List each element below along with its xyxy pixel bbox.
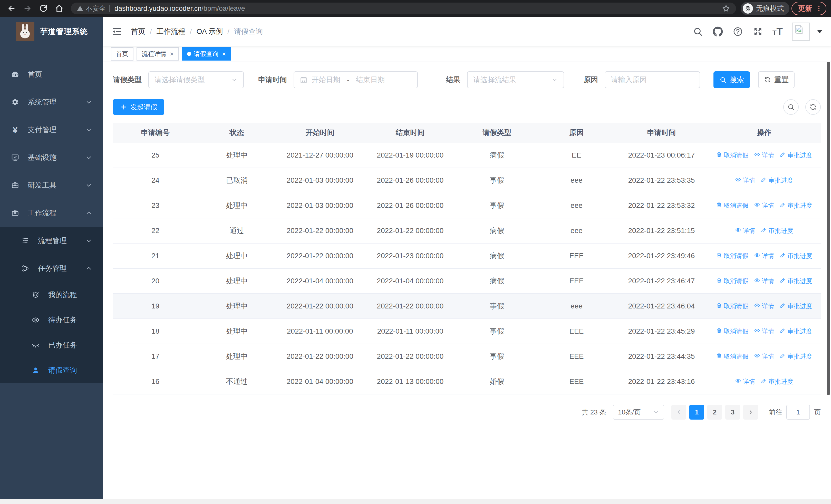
progress-action-link[interactable]: 审批进度 [761,227,793,235]
sidebar-item-workflow[interactable]: 工作流程 [0,199,103,227]
detail-action-link[interactable]: 详情 [735,176,755,184]
sidebar-item-my-process[interactable]: 我的流程 [0,282,103,307]
cancel-action-link[interactable]: 取消请假 [716,151,748,159]
cancel-action-link[interactable]: 取消请假 [716,252,748,260]
detail-action-link[interactable]: 详情 [754,151,774,159]
close-icon[interactable]: × [170,51,174,57]
cell-reason: eee [538,218,615,243]
avatar-caret-icon[interactable] [817,30,822,33]
vertical-scrollbar[interactable] [827,23,830,395]
sidebar-item-home[interactable]: 首页 [0,61,103,88]
breadcrumb-item[interactable]: 首页 [131,27,145,36]
tab-首页[interactable]: 首页 [111,47,134,61]
forward-icon[interactable] [21,2,34,16]
sidebar-item-pay-mgmt[interactable]: ¥支付管理 [0,116,103,144]
cancel-action-link[interactable]: 取消请假 [716,327,748,335]
apply-time-range-picker[interactable]: 开始日期 - 结束日期 [294,71,418,88]
help-icon[interactable] [733,26,743,37]
prev-page-button[interactable] [671,405,686,420]
browser-menu-icon[interactable] [815,5,822,12]
progress-action-link[interactable]: 审批进度 [780,202,812,210]
cancel-action-link[interactable]: 取消请假 [716,302,748,310]
app-logo-row[interactable]: 芋道管理系统 [0,17,103,46]
page-button-1[interactable]: 1 [689,405,704,420]
cancel-action-link[interactable]: 取消请假 [716,352,748,360]
sidebar-toggle-icon[interactable] [111,26,122,37]
back-icon[interactable] [5,2,19,16]
detail-action-link[interactable]: 详情 [754,327,774,335]
progress-action-label: 审批进度 [787,202,812,210]
cell-type: 事假 [456,193,538,218]
sidebar-item-task-mgmt[interactable]: 任务管理 [0,255,103,282]
sidebar-item-dev-tools[interactable]: 研发工具 [0,171,103,199]
breadcrumb-item[interactable]: 工作流程 [156,27,185,36]
sidebar-item-process-mgmt[interactable]: 流程管理 [0,227,103,255]
close-icon[interactable]: × [222,51,226,57]
detail-action-link[interactable]: 详情 [735,378,755,386]
sidebar-item-leave-query[interactable]: 请假查询 [0,358,103,383]
detail-action-link[interactable]: 详情 [735,227,755,235]
reload-icon[interactable] [36,2,50,16]
search-button[interactable]: 搜索 [713,71,750,88]
tab-流程详情[interactable]: 流程详情× [137,47,179,61]
detail-action-link[interactable]: 详情 [754,302,774,310]
create-leave-button[interactable]: 发起请假 [113,99,164,115]
header-search-icon[interactable] [692,26,703,37]
goto-page-input[interactable]: 1 [786,405,810,420]
pen-icon [780,353,786,360]
progress-action-link[interactable]: 审批进度 [761,176,793,184]
detail-action-label: 详情 [762,151,774,159]
progress-action-link[interactable]: 审批进度 [780,151,812,159]
horizontal-scrollbar[interactable] [0,499,831,504]
cell-type: 事假 [456,344,538,369]
progress-action-link[interactable]: 审批进度 [780,352,812,360]
progress-action-link[interactable]: 审批进度 [780,252,812,260]
cell-applied: 2022-01-22 23:49:46 [615,243,708,268]
cancel-action-link[interactable]: 取消请假 [716,202,748,210]
github-icon[interactable] [712,26,723,37]
sidebar-item-done-task[interactable]: 已办任务 [0,333,103,358]
detail-action-link[interactable]: 详情 [754,202,774,210]
update-label[interactable]: 更新 [798,4,812,13]
address-bar[interactable]: 不安全 dashboard.yudao.iocoder.cn/bpm/oa/le… [71,3,736,14]
reset-button[interactable]: 重置 [758,71,795,88]
active-tab-dot [187,52,191,56]
page-button-2[interactable]: 2 [707,405,722,420]
bookmark-star-icon[interactable] [722,4,730,13]
security-warning-icon[interactable] [77,5,84,12]
next-page-button[interactable] [743,405,758,420]
leave-type-select[interactable]: 请选择请假类型 [148,71,244,88]
result-select[interactable]: 请选择流结果 [467,71,564,88]
home-icon[interactable] [52,2,66,16]
progress-action-link[interactable]: 审批进度 [780,327,812,335]
sidebar-item-infrastructure[interactable]: 基础设施 [0,144,103,171]
refresh-icon [764,76,771,83]
progress-action-link[interactable]: 审批进度 [780,302,812,310]
update-button[interactable]: 更新 [792,2,826,15]
page-size-select[interactable]: 10条/页 [613,405,664,420]
sidebar-item-todo-task[interactable]: 待办任务 [0,307,103,333]
breadcrumb-item[interactable]: OA 示例 [197,27,223,36]
incognito-label: 无痕模式 [756,4,784,13]
security-label[interactable]: 不安全 [86,4,106,13]
avatar[interactable] [792,23,810,40]
navbar: 首页/工作流程/OA 示例/请假查询 TT [103,17,831,46]
date-separator: - [347,76,349,84]
progress-action-link[interactable]: 审批进度 [761,378,793,386]
breadcrumb-separator: / [227,27,229,36]
detail-action-link[interactable]: 详情 [754,252,774,260]
sidebar-item-system-mgmt[interactable]: 系统管理 [0,88,103,116]
table-search-toggle-icon[interactable] [783,99,799,115]
reason-input[interactable]: 请输入原因 [605,71,700,88]
page-button-3[interactable]: 3 [725,405,740,420]
progress-action-link[interactable]: 审批进度 [780,277,812,285]
cancel-action-link[interactable]: 取消请假 [716,277,748,285]
table-refresh-icon[interactable] [805,99,821,115]
cell-start: 2022-01-03 00:00:00 [276,193,364,218]
tab-请假查询[interactable]: 请假查询× [182,47,231,61]
detail-action-link[interactable]: 详情 [754,277,774,285]
font-size-icon[interactable]: TT [773,26,783,37]
tab-label: 首页 [116,50,128,58]
fullscreen-icon[interactable] [752,26,763,37]
detail-action-link[interactable]: 详情 [754,352,774,360]
